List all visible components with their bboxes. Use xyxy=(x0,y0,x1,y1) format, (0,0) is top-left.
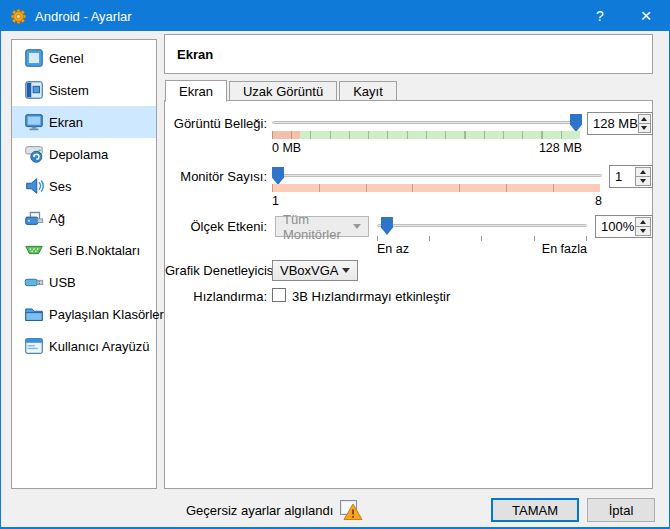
up-arrow-icon xyxy=(641,117,647,121)
monitor-count-scale xyxy=(272,184,600,192)
ok-button[interactable]: TAMAM xyxy=(491,498,579,522)
sidebar-item-depolama[interactable]: Depolama xyxy=(12,138,156,170)
general-icon xyxy=(23,47,45,69)
shared-folders-icon xyxy=(23,303,45,325)
usb-icon xyxy=(23,271,45,293)
sidebar-item-paylasilan-klasorler[interactable]: Paylaşılan Klasörler xyxy=(12,298,156,330)
monitor-count-spinbox[interactable]: 1 xyxy=(609,165,653,188)
acceleration-3d-checkbox-label[interactable]: 3B Hızlandırmayı etkinleştir xyxy=(292,289,450,304)
sidebar-item-ag[interactable]: Ağ xyxy=(12,202,156,234)
page-title-box: Ekran xyxy=(164,34,653,74)
chevron-down-icon xyxy=(353,224,361,229)
gear-icon xyxy=(10,8,27,25)
user-interface-icon xyxy=(23,335,45,357)
scale-factor-value[interactable]: 100% xyxy=(596,219,635,234)
video-memory-ticks xyxy=(272,131,580,139)
sidebar-item-label: Genel xyxy=(49,51,84,66)
sidebar-item-label: Ses xyxy=(49,179,71,194)
system-icon xyxy=(23,79,45,101)
monitor-count-slider-track[interactable] xyxy=(272,174,602,177)
sidebar-item-kullanici-arayuzu[interactable]: Kullanıcı Arayüzü xyxy=(12,330,156,362)
sidebar-item-label: USB xyxy=(49,275,76,290)
tab-kayit[interactable]: Kayıt xyxy=(339,81,397,101)
sidebar-item-sistem[interactable]: Sistem xyxy=(12,74,156,106)
network-icon xyxy=(23,207,45,229)
video-memory-range-labels: 0 MB 128 MB xyxy=(272,141,582,155)
status-bar: Geçersiz ayarlar algılandı xyxy=(186,498,363,522)
spin-down-button[interactable] xyxy=(636,176,650,185)
video-memory-scale xyxy=(272,131,580,139)
graphics-controller-select[interactable]: VBoxVGA xyxy=(272,260,358,281)
monitor-count-spin-buttons xyxy=(635,167,651,186)
titlebar: Android - Ayarlar ? × xyxy=(1,1,669,31)
invalid-settings-text: Geçersiz ayarlar algılandı xyxy=(186,503,333,518)
acceleration-3d-checkbox[interactable] xyxy=(272,288,286,302)
sidebar-item-seri-b-noktalari[interactable]: Seri B.Noktaları xyxy=(12,234,156,266)
settings-window: Android - Ayarlar ? × Genel Sistem xyxy=(0,0,670,529)
sidebar-item-label: Kullanıcı Arayüzü xyxy=(49,339,149,354)
video-memory-label: Görüntü Belleği: xyxy=(165,116,267,131)
display-settings-panel: Görüntü Belleği: 0 MB 128 MB 128 MB Moni… xyxy=(164,100,653,489)
monitor-count-ticks xyxy=(272,184,600,192)
spin-down-button[interactable] xyxy=(636,226,650,235)
down-arrow-icon xyxy=(641,126,647,130)
scale-factor-monitor-select[interactable]: Tüm Monitörler xyxy=(275,216,369,237)
close-button[interactable]: × xyxy=(623,1,669,31)
acceleration-label: Hızlandırma: xyxy=(165,289,267,304)
scale-factor-label: Ölçek Etkeni: xyxy=(165,219,267,234)
monitor-count-max-label: 8 xyxy=(595,194,602,208)
scale-factor-slider[interactable] xyxy=(377,217,587,235)
display-icon xyxy=(23,111,45,133)
monitor-count-slider[interactable] xyxy=(272,167,602,185)
spin-up-button[interactable] xyxy=(636,168,650,176)
video-memory-slider-track[interactable] xyxy=(272,121,582,124)
monitor-count-value[interactable]: 1 xyxy=(610,169,635,184)
video-memory-spinbox[interactable]: 128 MB xyxy=(587,112,653,135)
video-memory-max-label: 128 MB xyxy=(539,141,582,155)
scale-factor-slider-track[interactable] xyxy=(377,224,587,227)
scale-factor-monitor-value: Tüm Monitörler xyxy=(283,212,353,242)
spin-down-button[interactable] xyxy=(639,123,650,132)
audio-icon xyxy=(23,175,45,197)
graphics-controller-value: VBoxVGA xyxy=(280,263,339,278)
chevron-down-icon xyxy=(342,268,350,273)
video-memory-min-label: 0 MB xyxy=(272,141,301,155)
sidebar-item-ses[interactable]: Ses xyxy=(12,170,156,202)
sidebar-item-label: Depolama xyxy=(49,147,108,162)
settings-category-list: Genel Sistem Ekran xyxy=(11,39,157,489)
serial-ports-icon xyxy=(23,239,45,261)
sidebar-item-usb[interactable]: USB xyxy=(12,266,156,298)
spin-up-button[interactable] xyxy=(639,115,650,123)
spin-up-button[interactable] xyxy=(636,218,650,226)
scale-factor-spin-buttons xyxy=(635,217,651,236)
warning-icon xyxy=(340,500,363,521)
sidebar-item-ekran[interactable]: Ekran xyxy=(12,106,156,138)
video-memory-value[interactable]: 128 MB xyxy=(588,116,638,131)
sidebar-item-label: Seri B.Noktaları xyxy=(49,243,140,258)
up-arrow-icon xyxy=(640,220,646,224)
sidebar-item-genel[interactable]: Genel xyxy=(12,42,156,74)
graphics-controller-label: Grafik Denetleyicisi: xyxy=(165,263,267,278)
tab-ekran[interactable]: Ekran xyxy=(165,80,227,102)
video-memory-slider-handle[interactable] xyxy=(570,114,582,132)
monitor-count-slider-handle[interactable] xyxy=(272,167,284,185)
tab-bar: Ekran Uzak Görüntü Kayıt xyxy=(165,79,399,101)
sidebar-item-label: Paylaşılan Klasörler xyxy=(49,307,164,322)
cancel-button[interactable]: İptal xyxy=(587,498,655,522)
sidebar-item-label: Ekran xyxy=(49,115,83,130)
window-title: Android - Ayarlar xyxy=(35,9,132,24)
scale-factor-ticks xyxy=(377,236,588,241)
up-arrow-icon xyxy=(640,170,646,174)
help-button[interactable]: ? xyxy=(577,1,623,31)
page-title: Ekran xyxy=(177,47,213,62)
scale-factor-spinbox[interactable]: 100% xyxy=(595,215,653,238)
scale-factor-range-labels: En az En fazla xyxy=(377,242,587,256)
scale-factor-slider-handle[interactable] xyxy=(381,217,393,235)
storage-icon xyxy=(23,143,45,165)
monitor-count-range-labels: 1 8 xyxy=(272,194,602,208)
scale-factor-max-label: En fazla xyxy=(542,242,587,256)
tab-uzak-goruntu[interactable]: Uzak Görüntü xyxy=(229,81,337,101)
video-memory-slider[interactable] xyxy=(272,114,582,132)
video-memory-spin-buttons xyxy=(638,114,651,133)
scale-factor-min-label: En az xyxy=(377,242,409,256)
